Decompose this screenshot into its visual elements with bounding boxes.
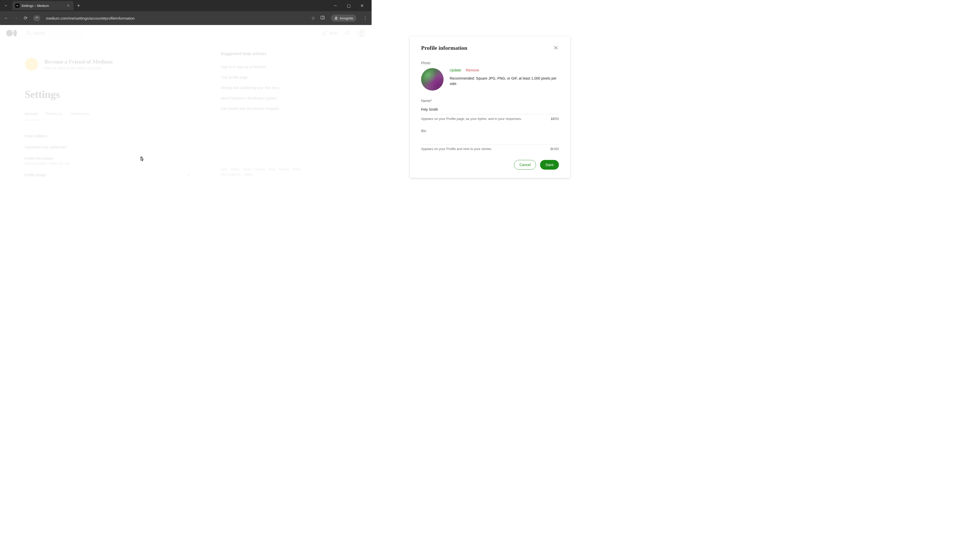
- bio-counter: 0/160: [550, 147, 559, 151]
- reload-button[interactable]: ⟳: [22, 15, 29, 21]
- new-tab-button[interactable]: +: [77, 3, 80, 9]
- dialog-title: Profile information: [421, 44, 467, 51]
- tab-close-icon[interactable]: ×: [66, 3, 70, 8]
- update-photo-button[interactable]: Update: [450, 68, 461, 72]
- name-label: Name*: [421, 99, 559, 103]
- photo-label: Photo: [421, 61, 559, 65]
- name-input[interactable]: [421, 106, 559, 114]
- save-button[interactable]: Save: [540, 160, 559, 170]
- browser-menu-icon[interactable]: ⋮: [362, 15, 369, 21]
- bio-input[interactable]: [421, 136, 559, 144]
- svg-rect-3: [321, 16, 325, 19]
- tab-search-dropdown[interactable]: [2, 2, 10, 10]
- side-panel-icon[interactable]: [320, 15, 325, 21]
- name-hint: Appears on your Profile page, as your by…: [421, 117, 522, 121]
- svg-point-10: [141, 157, 142, 158]
- svg-point-2: [38, 17, 38, 17]
- cursor-icon: [139, 156, 144, 163]
- close-window-icon[interactable]: ✕: [358, 3, 366, 8]
- name-counter: 10/50: [550, 117, 559, 121]
- bio-hint: Appears on your Profile and next to your…: [421, 147, 492, 151]
- modal-overlay[interactable]: Profile information Photo Update Remove …: [0, 25, 980, 551]
- remove-photo-button[interactable]: Remove: [466, 68, 479, 72]
- incognito-chip[interactable]: Incognito: [331, 14, 356, 22]
- bookmark-star-icon[interactable]: ☆: [311, 15, 315, 21]
- profile-dialog: Profile information Photo Update Remove …: [410, 37, 570, 178]
- dialog-close-button[interactable]: [553, 44, 559, 52]
- site-info-icon[interactable]: [33, 15, 40, 21]
- profile-photo[interactable]: [421, 68, 444, 91]
- incognito-label: Incognito: [340, 16, 353, 20]
- cancel-button[interactable]: Cancel: [514, 160, 536, 170]
- favicon-icon: ••: [15, 3, 19, 8]
- browser-tab[interactable]: •• Settings – Medium ×: [12, 1, 73, 10]
- minimize-icon[interactable]: ─: [332, 3, 339, 8]
- maximize-icon[interactable]: ▢: [345, 3, 352, 8]
- forward-button[interactable]: →: [13, 16, 19, 21]
- browser-chrome: •• Settings – Medium × + ─ ▢ ✕ ← → ⟳ med…: [0, 0, 372, 25]
- close-icon: [553, 44, 559, 51]
- incognito-icon: [334, 16, 338, 20]
- tab-title: Settings – Medium: [21, 4, 64, 8]
- bio-label: Bio: [421, 129, 559, 133]
- back-button[interactable]: ←: [3, 16, 9, 21]
- photo-hint: Recommended: Square JPG, PNG, or GIF, at…: [450, 76, 559, 86]
- url-text[interactable]: medium.com/me/settings/account#profileIn…: [44, 16, 307, 21]
